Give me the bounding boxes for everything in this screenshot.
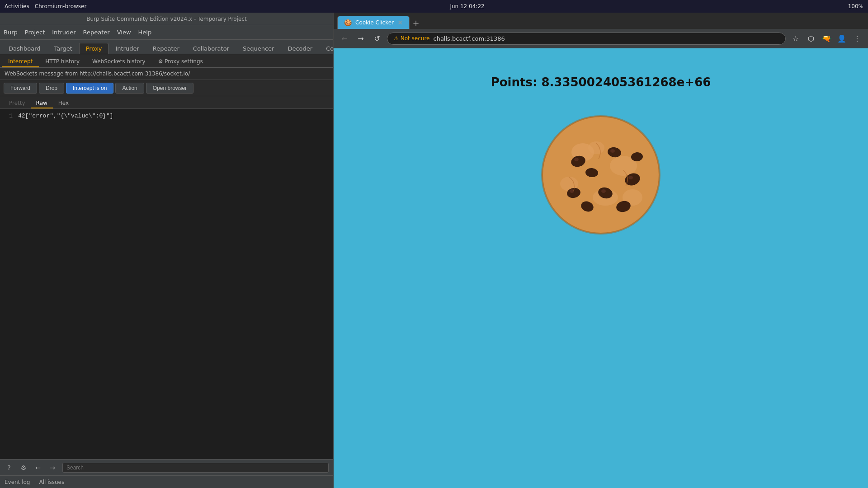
subtab-http-history[interactable]: HTTP history	[39, 56, 86, 67]
tab-favicon: 🍪	[344, 19, 352, 26]
forward-nav-icon[interactable]: →	[48, 463, 57, 472]
code-line-1: 1 42["error","{\"value\":0}"]	[4, 113, 330, 119]
burp-bottom-bar: ? ⚙ ← →	[0, 459, 333, 475]
url-text: challs.bcactf.com:31386	[434, 35, 505, 42]
open-browser-button[interactable]: Open browser	[146, 83, 193, 94]
proxy-subtabs: Intercept HTTP history WebSockets histor…	[0, 54, 333, 68]
msg-tab-hex[interactable]: Hex	[53, 99, 74, 108]
intercept-toolbar: Forward Drop Intercept is on Action Open…	[0, 80, 333, 96]
svg-point-20	[601, 189, 606, 193]
subtab-intercept[interactable]: Intercept	[2, 56, 39, 67]
cookie-svg	[533, 107, 669, 243]
burp-menubar: Burp Project Intruder Repeater View Help	[0, 25, 333, 40]
battery-label: 100%	[848, 3, 863, 9]
browser-actions: ☆ ⬡ 🔫 👤 ⋮	[789, 32, 863, 45]
system-bar-right: 100%	[848, 3, 863, 9]
msg-tab-raw[interactable]: Raw	[31, 99, 53, 108]
code-area[interactable]: 1 42["error","{\"value\":0}"]	[0, 109, 333, 459]
browser-tab-bar: 🍪 Cookie Clicker ✕ +	[334, 13, 868, 29]
tab-close-button[interactable]: ✕	[397, 19, 403, 26]
address-bar-row: ← → ↺ ⚠ Not secure challs.bcactf.com:313…	[334, 29, 868, 48]
line-content-1: 42["error","{\"value\":0}"]	[18, 113, 113, 119]
forward-button[interactable]: Forward	[4, 83, 37, 94]
tab-collaborator[interactable]: Collaborator	[186, 43, 236, 54]
tab-decoder[interactable]: Decoder	[281, 43, 319, 54]
burp-nav-tabs: Dashboard Target Proxy Intruder Repeater…	[0, 40, 333, 54]
more-icon[interactable]: ⋮	[851, 32, 863, 45]
datetime-label: Jun 12 04:22	[450, 3, 484, 9]
svg-point-21	[570, 189, 574, 193]
burp-title-bar: Burp Suite Community Edition v2024.x - T…	[0, 13, 333, 25]
browser-chrome: 🍪 Cookie Clicker ✕ + ← → ↺ ⚠ Not secure …	[334, 13, 868, 48]
cookie-image[interactable]	[533, 107, 669, 243]
activities-label[interactable]: Activities	[5, 3, 29, 9]
points-display: Points: 8.335002405361268e+66	[491, 75, 711, 89]
browser-label: Chromium-browser	[35, 3, 87, 9]
bookmark-icon[interactable]: ☆	[789, 32, 802, 45]
tab-intruder[interactable]: Intruder	[108, 43, 146, 54]
subtab-websockets-history[interactable]: WebSockets history	[86, 56, 152, 67]
drop-button[interactable]: Drop	[39, 83, 64, 94]
security-warning: ⚠ Not secure	[394, 35, 430, 42]
all-issues-link[interactable]: All issues	[39, 479, 64, 485]
menu-burp[interactable]: Burp	[4, 29, 18, 36]
help-icon[interactable]: ?	[5, 463, 14, 472]
new-tab-button[interactable]: +	[410, 16, 422, 29]
back-button[interactable]: ←	[338, 32, 351, 45]
main-container: Burp Suite Community Edition v2024.x - T…	[0, 13, 868, 488]
reload-button[interactable]: ↺	[371, 32, 383, 45]
forward-button-browser[interactable]: →	[354, 32, 367, 45]
event-log-link[interactable]: Event log	[5, 479, 30, 485]
extension-icon[interactable]: ⬡	[805, 32, 817, 45]
ws-message-text: WebSockets message from http://challs.bc…	[5, 70, 190, 77]
line-number-1: 1	[4, 113, 13, 119]
browser-panel: 🍪 Cookie Clicker ✕ + ← → ↺ ⚠ Not secure …	[334, 13, 868, 488]
message-tabs: Pretty Raw Hex	[0, 96, 333, 109]
svg-point-19	[628, 176, 633, 179]
burp-panel: Burp Suite Community Edition v2024.x - T…	[0, 13, 334, 488]
tab-proxy[interactable]: Proxy	[79, 43, 109, 54]
msg-tab-pretty[interactable]: Pretty	[4, 99, 31, 108]
tab-dashboard[interactable]: Dashboard	[2, 43, 47, 54]
tab-repeater[interactable]: Repeater	[146, 43, 186, 54]
menu-intruder[interactable]: Intruder	[52, 29, 75, 36]
menu-help[interactable]: Help	[138, 29, 152, 36]
tab-target[interactable]: Target	[47, 43, 79, 54]
svg-point-17	[574, 158, 579, 161]
tab-sequencer[interactable]: Sequencer	[236, 43, 281, 54]
address-bar[interactable]: ⚠ Not secure challs.bcactf.com:31386	[387, 33, 786, 45]
svg-point-18	[610, 149, 615, 153]
menu-view[interactable]: View	[117, 29, 131, 36]
system-bar-center: Jun 12 04:22	[450, 3, 484, 9]
burp-status-bar: Event log All issues	[0, 475, 333, 488]
settings-icon[interactable]: ⚙	[19, 463, 28, 472]
back-icon[interactable]: ←	[33, 463, 42, 472]
search-input[interactable]	[62, 463, 329, 473]
system-bar: Activities Chromium-browser Jun 12 04:22…	[0, 0, 868, 13]
ws-info: WebSockets message from http://challs.bc…	[0, 68, 333, 80]
subtab-proxy-settings[interactable]: ⚙ Proxy settings	[152, 56, 209, 67]
tab-title: Cookie Clicker	[355, 19, 394, 26]
browser-content: Points: 8.335002405361268e+66	[334, 48, 868, 488]
action-button[interactable]: Action	[115, 83, 144, 94]
burp-icon[interactable]: 🔫	[820, 32, 833, 45]
menu-repeater[interactable]: Repeater	[83, 29, 110, 36]
burp-title-text: Burp Suite Community Edition v2024.x - T…	[86, 16, 246, 22]
system-bar-left: Activities Chromium-browser	[5, 3, 86, 9]
svg-point-1	[543, 117, 659, 233]
browser-tab-cookie-clicker[interactable]: 🍪 Cookie Clicker ✕	[337, 16, 410, 29]
menu-project[interactable]: Project	[25, 29, 45, 36]
intercept-on-button[interactable]: Intercept is on	[66, 83, 113, 94]
account-icon[interactable]: 👤	[835, 32, 848, 45]
